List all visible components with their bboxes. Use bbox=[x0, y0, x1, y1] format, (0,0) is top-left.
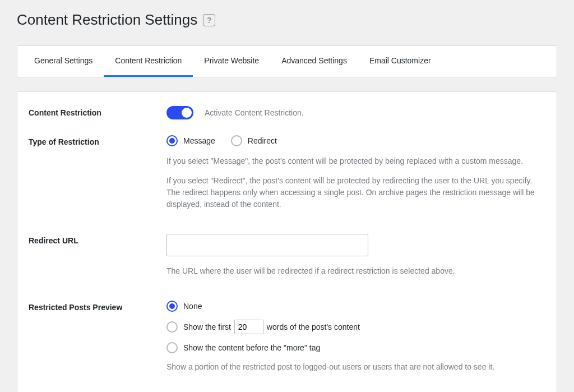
tab-content-restriction[interactable]: Content Restriction bbox=[104, 46, 193, 77]
radio-icon bbox=[166, 342, 178, 353]
radio-icon bbox=[166, 301, 178, 312]
radio-icon bbox=[166, 321, 178, 333]
content-restriction-hint: Activate Content Restriction. bbox=[205, 108, 304, 117]
type-of-restriction-label: Type of Restriction bbox=[29, 135, 166, 218]
tab-general-settings[interactable]: General Settings bbox=[23, 46, 104, 77]
preview-more-tag[interactable]: Show the content before the "more" tag bbox=[166, 342, 545, 353]
radio-icon bbox=[231, 135, 242, 146]
restriction-desc-redirect: If you select "Redirect", the post's con… bbox=[166, 175, 545, 210]
preview-words-after: words of the post's content bbox=[267, 322, 360, 331]
restriction-type-redirect[interactable]: Redirect bbox=[231, 135, 277, 146]
preview-words-input[interactable] bbox=[234, 320, 263, 334]
content-restriction-label: Content Restriction bbox=[29, 106, 166, 119]
tabs-nav: General Settings Content Restriction Pri… bbox=[17, 45, 557, 77]
tab-advanced-settings[interactable]: Advanced Settings bbox=[270, 46, 358, 77]
redirect-url-input[interactable] bbox=[166, 234, 368, 256]
preview-none[interactable]: None bbox=[166, 301, 545, 312]
preview-desc: Show a portion of the restricted post to… bbox=[166, 361, 545, 373]
toggle-knob bbox=[182, 108, 192, 118]
preview-more-label: Show the content before the "more" tag bbox=[183, 343, 320, 352]
restriction-desc-message: If you select "Message", the post's cont… bbox=[166, 155, 545, 167]
redirect-url-label: Redirect URL bbox=[29, 234, 166, 285]
restriction-type-message[interactable]: Message bbox=[166, 135, 215, 146]
radio-label-message: Message bbox=[183, 136, 215, 145]
preview-words-before: Show the first bbox=[183, 322, 231, 331]
radio-label-redirect: Redirect bbox=[248, 136, 277, 145]
preview-none-label: None bbox=[183, 302, 202, 311]
radio-icon bbox=[166, 135, 178, 146]
page-title: Content Restriction Settings bbox=[17, 11, 197, 29]
content-restriction-toggle[interactable] bbox=[166, 106, 193, 119]
settings-panel: Content Restriction Activate Content Res… bbox=[17, 91, 557, 392]
tab-email-customizer[interactable]: Email Customizer bbox=[358, 46, 442, 77]
preview-label: Restricted Posts Preview bbox=[29, 301, 166, 381]
help-icon[interactable]: ? bbox=[203, 14, 215, 26]
tab-private-website[interactable]: Private Website bbox=[193, 46, 270, 77]
preview-words[interactable]: Show the first words of the post's conte… bbox=[166, 320, 545, 334]
redirect-url-desc: The URL where the user will be redirecte… bbox=[166, 265, 545, 277]
